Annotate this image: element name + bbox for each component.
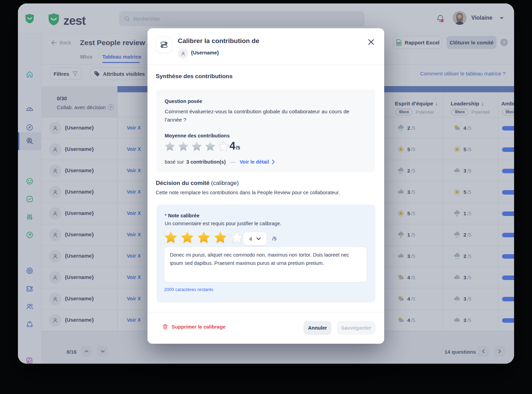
average-star-5 [217,140,230,153]
modal-user-avatar [178,48,188,59]
modal-header-divider [147,65,384,65]
average-stars [163,140,231,153]
comment-textarea[interactable]: Donec mi purus, aliquet nec commodo non,… [164,247,367,282]
based-on-line: basé sur3 contribution(s)— Voir le détai… [165,159,275,165]
chevron-right-icon [272,159,275,164]
rating-star-5[interactable] [229,229,245,246]
calibration-modal: Calibrer la contribution de {Username} S… [147,28,384,344]
delete-calibration-button[interactable]: Supprimer le calibrage [162,323,225,330]
decision-subtitle: Cette note remplace les contributions da… [156,190,340,195]
decision-heading: Décision du comité (calibrage) [156,180,239,187]
average-label: Moyenne des contributions [165,133,230,138]
average-star-4 [204,140,217,153]
average-star-3 [190,140,203,153]
calibration-card: *Note calibrée Un commentaire est requis… [156,205,375,302]
synthesis-card: Question posée Comment évalueriez-vous l… [156,90,375,172]
note-hint: Un commentaire est requis pour justifier… [165,221,281,226]
cancel-button[interactable]: Annuler [304,321,331,335]
modal-icon-box [156,37,172,53]
chars-remaining: 2000 caractères restants [164,287,213,292]
required-asterisk: * [165,213,167,218]
see-detail-link[interactable]: Voir le détail [240,159,275,165]
modal-footer-divider [147,312,384,312]
modal-title: Calibrer la contribution de [178,37,259,45]
rating-dropdown[interactable]: 4 [243,232,267,246]
rating-denominator: /5 [272,236,277,241]
person-icon [180,51,186,56]
rating-star-1[interactable] [163,229,179,246]
calibrate-sliders-icon [160,40,168,49]
rating-star-3[interactable] [196,229,212,246]
synthesis-heading: Synthèse des contributions [156,73,233,80]
save-button[interactable]: Sauvegarder [337,321,376,335]
rating-star-2[interactable] [179,229,195,246]
note-label: *Note calibrée [165,213,200,218]
rating-star-4[interactable] [212,229,228,246]
close-icon[interactable] [367,38,375,46]
average-star-1 [163,140,176,153]
trash-icon [162,323,168,330]
modal-username: {Username} [191,50,219,55]
rating-stars [163,229,245,246]
question-text: Comment évalueriez-vous la contribution … [165,107,367,124]
question-label: Question posée [165,98,202,104]
average-score: 4/5 [229,140,240,152]
chevron-down-icon [256,237,261,240]
average-star-2 [177,140,190,153]
